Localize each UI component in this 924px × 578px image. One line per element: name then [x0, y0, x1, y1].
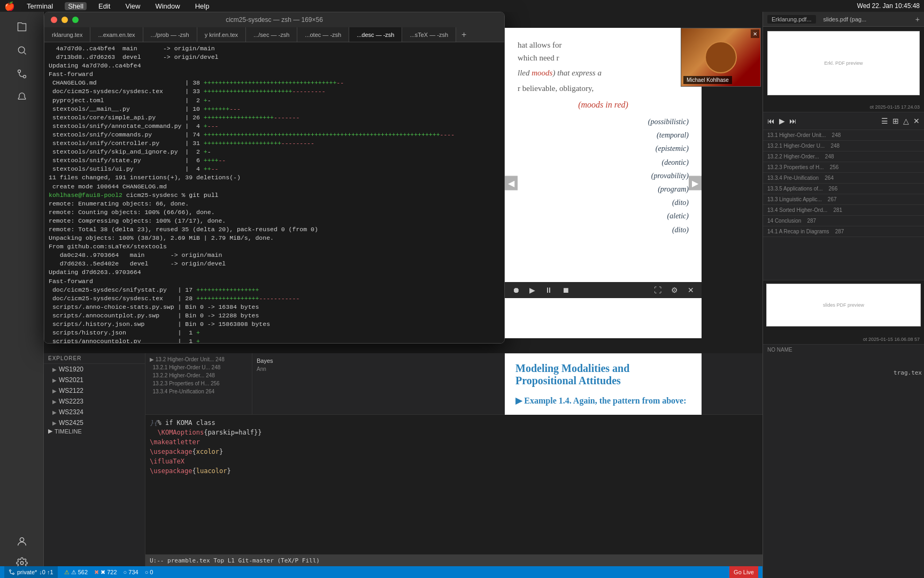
svg-point-4 — [20, 561, 24, 565]
far-right-add-button[interactable]: + — [915, 15, 920, 24]
terminal-tab-7[interactable]: ...sTeX — -zsh — [402, 27, 456, 42]
timeline-header[interactable]: ▶ TIMELINE — [48, 428, 141, 435]
sidebar-files-icon[interactable] — [11, 16, 33, 37]
playback-list-button[interactable]: ☰ — [881, 117, 888, 125]
apple-menu[interactable]: 🍎 — [4, 1, 15, 11]
terminal-tab-1[interactable]: ...exam.en.tex — [90, 27, 143, 42]
menubar-time: Wed 22. Jan 10:45:48 — [857, 2, 920, 10]
timeline-arrow-icon: ▶ — [48, 428, 52, 435]
slide-item-5: (program) — [518, 182, 689, 196]
git-branch-indicator[interactable]: private* ↓0 ↑1 — [4, 566, 58, 578]
slide-next-button[interactable]: ▶ — [689, 176, 702, 191]
far-right-preview-bottom: slides PDF preview ot 2025-01-15 16.06.0… — [763, 280, 924, 344]
file-tree-ws1920[interactable]: ▶ WS1920 — [44, 364, 145, 375]
far-right-controls: ⏮ ▶ ⏭ ☰ ⊞ △ ✕ — [763, 112, 924, 130]
slide-intro-text: hat allows for — [518, 39, 689, 51]
file-tree-ws2122[interactable]: ▶ WS2122 — [44, 385, 145, 396]
pres-right-icons: ⛶ ⚙ ✕ — [651, 285, 697, 295]
slide-item-4: (provability) — [518, 169, 689, 182]
pres-stop-button[interactable]: ⏹ — [559, 285, 573, 295]
toc-item-0[interactable]: 13.2.1 Higher-Order U... 248 — [763, 141, 924, 151]
terminal-tab-4[interactable]: .../sec — -zsh — [246, 27, 297, 42]
terminal-new-tab-button[interactable]: + — [456, 27, 472, 42]
playback-up-button[interactable]: △ — [903, 117, 909, 125]
toc-item-1[interactable]: 13.2.2 Higher-Order... 248 — [763, 151, 924, 162]
terminal-body[interactable]: 4a7d7d0..ca4bfe4 main -> origin/main d71… — [44, 42, 504, 343]
file-tree-label: WS1920 — [59, 366, 83, 373]
terminal-tab-5[interactable]: ...otec — -zsh — [297, 27, 349, 42]
video-close-button[interactable]: ✕ — [751, 29, 759, 38]
bayes-toc-item[interactable]: 13.2.1 Higher-Order U... 248 — [148, 363, 250, 371]
bayes-toc-item[interactable]: 13.2.3 Properties of H... 256 — [148, 379, 250, 387]
menubar-window[interactable]: Window — [152, 2, 183, 10]
terminal-tab-6[interactable]: ...desc — -zsh — [349, 27, 402, 42]
pdf-thumbnail-top: Erkl. PDF preview — [767, 31, 920, 95]
slide-item-7: (aletic) — [518, 209, 689, 223]
arrow-icon: ▶ — [52, 409, 57, 415]
slide-item-8: (dito) — [518, 223, 689, 237]
go-live-button[interactable]: Go Live — [729, 566, 758, 578]
pres-expand-button[interactable]: ⛶ — [651, 285, 665, 295]
pres-record-button[interactable]: ⏺ — [509, 285, 523, 295]
toc-item-3[interactable]: 13.3.4 Pre-Unification 264 — [763, 173, 924, 184]
slide-moods-line: lled moods) that express a — [518, 69, 689, 78]
file-tree-ws2021[interactable]: ▶ WS2021 — [44, 375, 145, 385]
file-tree-label: WS2122 — [59, 387, 83, 394]
latex-arg-0: xcolor — [196, 448, 219, 455]
git-arrows: ↓0 ↑1 — [39, 569, 53, 575]
sidebar-git-icon[interactable] — [11, 63, 33, 85]
bayes-toc-item[interactable]: ▶ 13.2 Higher-Order Unit... 248 — [148, 355, 250, 363]
terminal-content: 4a7d7d0..ca4bfe4 main -> origin/main d71… — [49, 44, 500, 343]
far-right-tab-erklarung[interactable]: Erklarung.pdf... — [767, 15, 816, 24]
window-close-button[interactable] — [51, 17, 57, 23]
sidebar-search-icon[interactable] — [11, 40, 33, 61]
menubar-view[interactable]: View — [122, 2, 143, 10]
toc-item-8[interactable]: 14.1 A Recap in Diagrams 287 — [763, 226, 924, 237]
toc-section-header: 13.1 Higher-Order Unit... 248 — [763, 130, 924, 141]
latex-kw-1: \makeatletter — [150, 438, 200, 446]
pres-close-button[interactable]: ✕ — [684, 285, 697, 295]
pres-pause-button[interactable]: ⏸ — [542, 285, 556, 295]
toc-item-4[interactable]: 13.3.5 Applications of... 266 — [763, 184, 924, 194]
toc-item-5[interactable]: 13.3 Linguistic Applic... 267 — [763, 194, 924, 205]
sidebar-user-icon[interactable] — [11, 531, 33, 552]
terminal-tab-3[interactable]: y krinf.en.tex — [197, 27, 246, 42]
terminal-tab-0[interactable]: rklarung.tex — [44, 27, 90, 42]
toc-item-6[interactable]: 13.4 Sorted Higher-Ord... 281 — [763, 205, 924, 216]
file-tree-label: WS2324 — [59, 408, 83, 416]
sidebar-debug-icon[interactable] — [11, 87, 33, 108]
pdf-thumbnail-bottom: slides PDF preview — [766, 284, 921, 326]
toc-item-2[interactable]: 13.2.3 Properties of H... 256 — [763, 162, 924, 173]
latex-code[interactable]: }{% if KOMA class \KOMAoptions{parskip=h… — [145, 415, 763, 479]
bayes-toc-item[interactable]: 13.3.4 Pre-Unification 264 — [148, 387, 250, 396]
menubar-shell[interactable]: Shell — [65, 2, 87, 10]
svg-point-1 — [18, 70, 20, 73]
pres-play-button[interactable]: ▶ — [526, 285, 538, 295]
menubar-terminal[interactable]: Terminal — [24, 2, 56, 10]
latex-kw-0: \KOMAoptions — [157, 429, 204, 436]
arrow-icon: ▶ — [52, 377, 57, 383]
window-minimize-button[interactable] — [61, 17, 68, 23]
slide-bottom-example: ▶ Example 1.4. Again, the pattern from a… — [515, 396, 691, 406]
toc-item-7[interactable]: 14 Conclusion 287 — [763, 216, 924, 226]
menubar-edit[interactable]: Edit — [95, 2, 113, 10]
pres-control-icons: ⏺ ▶ ⏸ ⏹ — [509, 285, 573, 295]
latex-line-5: \usepackage{luacolor} — [150, 466, 758, 476]
playback-grid-button[interactable]: ⊞ — [892, 117, 899, 125]
far-right-tab-slides[interactable]: slides.pdf (pag... — [819, 15, 871, 24]
playback-forward-button[interactable]: ⏭ — [789, 117, 797, 125]
far-right-panel: Erklarung.pdf... slides.pdf (pag... + Er… — [763, 12, 924, 578]
status-bar: private* ↓0 ↑1 ⚠ ⚠ 562 ✖ ✖ 722 ○ 734 ○ 0… — [0, 566, 763, 578]
window-maximize-button[interactable] — [72, 17, 79, 23]
terminal-tab-2[interactable]: .../prob — -zsh — [143, 27, 197, 42]
menubar-help[interactable]: Help — [192, 2, 213, 10]
playback-play-button[interactable]: ▶ — [779, 117, 785, 125]
pres-settings-button[interactable]: ⚙ — [668, 285, 681, 295]
svg-point-0 — [18, 47, 25, 53]
playback-close-button[interactable]: ✕ — [913, 117, 920, 125]
file-tree-ws2324[interactable]: ▶ WS2324 — [44, 407, 145, 417]
bayes-toc-item[interactable]: 13.2.2 Higher-Order... 248 — [148, 371, 250, 379]
file-tree-ws2223[interactable]: ▶ WS2223 — [44, 396, 145, 407]
slide-prev-button[interactable]: ◀ — [505, 176, 518, 191]
playback-back-button[interactable]: ⏮ — [767, 117, 775, 125]
